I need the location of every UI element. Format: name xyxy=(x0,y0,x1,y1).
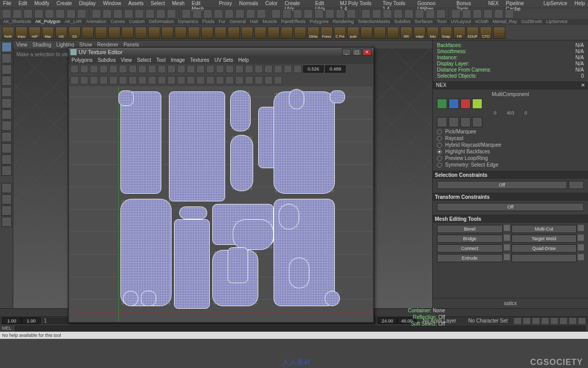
play-end[interactable] xyxy=(378,317,397,324)
uv-shell[interactable] xyxy=(289,89,304,109)
uv-menu-view[interactable]: View xyxy=(121,57,132,63)
uv-tool-5[interactable] xyxy=(119,65,127,73)
mesh-tool-target-weld[interactable]: Target Weld xyxy=(511,235,577,243)
shelf-row[interactable]: RefhImpoHIPMacHSSSDlHisFreezC PvtpoleRRm… xyxy=(0,25,588,40)
shelf-tabs[interactable]: AK_ShortcutsAK_PolygonAK_LnRAnimationCur… xyxy=(0,19,588,25)
shelf-tab-dynamics[interactable]: Dynamics xyxy=(178,19,199,25)
toolbar-button-38[interactable] xyxy=(426,9,435,18)
radio-icon[interactable] xyxy=(437,136,442,141)
step-back-icon[interactable] xyxy=(532,317,540,325)
uv-window-titlebar[interactable]: UV Texture Editor _ ▢ ✕ xyxy=(68,48,374,57)
uv-menu-image[interactable]: Image xyxy=(170,57,185,63)
selection-mode-option[interactable]: Symmetry: Select Edge xyxy=(437,162,584,168)
menu-nex[interactable]: NEX xyxy=(488,1,499,7)
menu-create[interactable]: Create xyxy=(57,1,72,7)
uv-tool2-21[interactable] xyxy=(274,76,282,84)
toolbar-button-37[interactable] xyxy=(415,9,424,18)
tool-option-icon[interactable] xyxy=(504,225,510,231)
shelf-item-20[interactable] xyxy=(267,27,280,39)
play-back-icon[interactable] xyxy=(541,317,549,325)
step-fwd-key-icon[interactable] xyxy=(569,317,577,325)
rotate-icon[interactable] xyxy=(2,87,12,97)
uv-tool2-3[interactable] xyxy=(100,76,108,84)
uv-tool2-20[interactable] xyxy=(264,76,273,84)
uv-tool2-13[interactable] xyxy=(197,76,205,84)
shelf-tab-fur[interactable]: Fur xyxy=(218,19,226,25)
transform-tool-icons[interactable] xyxy=(437,117,584,127)
toolbar-button-45[interactable] xyxy=(505,9,514,18)
mesh-tool-bevel[interactable]: Bevel xyxy=(437,225,503,233)
radio-icon[interactable] xyxy=(437,149,442,154)
toolbar-button-35[interactable] xyxy=(394,9,403,18)
selection-mode-option[interactable]: Highlight Backfaces xyxy=(437,149,584,154)
shelf-item-27[interactable] xyxy=(360,27,373,39)
move-icon[interactable] xyxy=(2,76,12,86)
uv-tool2-18[interactable] xyxy=(245,76,253,84)
play-start[interactable] xyxy=(21,317,41,324)
mesh-tool-quad-draw[interactable]: Quad-Draw xyxy=(511,244,577,252)
shelf-tab-custom[interactable]: Custom xyxy=(129,19,145,25)
shelf-tab-hair[interactable]: Hair xyxy=(250,19,259,25)
menu-mj-poly-tools-1.4[interactable]: MJ Poly Tools 1.4 xyxy=(340,1,375,7)
shelf-item-32[interactable]: Info xyxy=(427,27,439,39)
shelf-tab-polygons[interactable]: Polygons xyxy=(310,19,329,25)
uv-tool2-14[interactable] xyxy=(206,76,214,84)
tool-option-icon[interactable] xyxy=(504,254,510,260)
toolbar-button-2[interactable] xyxy=(23,9,33,18)
shelf-tab-surfaces[interactable]: Surfaces xyxy=(414,19,433,25)
uv-menu-polygons[interactable]: Polygons xyxy=(71,57,92,63)
shelf-item-8[interactable] xyxy=(108,27,120,39)
char-set-dropdown[interactable]: No Character Set xyxy=(462,318,513,324)
uv-shell[interactable] xyxy=(120,199,172,306)
radio-icon[interactable] xyxy=(437,156,442,161)
uv-tool-10[interactable] xyxy=(167,65,176,73)
uv-tool-11[interactable] xyxy=(177,65,185,73)
shelf-item-12[interactable] xyxy=(161,27,174,39)
toolbar-button-3[interactable] xyxy=(34,9,43,18)
manip-icon[interactable] xyxy=(2,109,12,120)
uv-tool2-12[interactable] xyxy=(187,76,195,84)
viewport-menu-view[interactable]: View xyxy=(16,42,28,48)
toolbar-button-33[interactable] xyxy=(372,9,381,18)
shelf-item-10[interactable] xyxy=(135,27,147,39)
uv-tool-0[interactable] xyxy=(70,65,79,73)
toolbar-button-22[interactable] xyxy=(246,9,255,18)
shelf-item-24[interactable]: Freez xyxy=(321,27,333,39)
misc2-icon[interactable] xyxy=(2,154,12,165)
toolbar-button-43[interactable] xyxy=(483,9,493,18)
uv-editor-menubar[interactable]: PolygonsSubdivsViewSelectToolImageTextur… xyxy=(68,57,374,64)
shelf-item-15[interactable] xyxy=(201,27,213,39)
uv-tool2-17[interactable] xyxy=(235,76,243,84)
menu-proxy[interactable]: Proxy xyxy=(219,1,232,7)
toolbar-button-21[interactable] xyxy=(235,9,244,18)
shelf-item-11[interactable] xyxy=(148,27,160,39)
uv-tool2-10[interactable] xyxy=(167,76,176,84)
uv-tool2-19[interactable] xyxy=(255,76,263,84)
uv-tool-6[interactable] xyxy=(129,65,137,73)
uv-menu-select[interactable]: Select xyxy=(137,57,151,63)
uv-shell[interactable] xyxy=(289,258,309,288)
shelf-tab-fluids[interactable]: Fluids xyxy=(202,19,214,25)
uv-menu-subdivs[interactable]: Subdivs xyxy=(97,57,116,63)
shelf-item-23[interactable]: DlHis xyxy=(307,27,320,39)
component-mode-icons[interactable] xyxy=(437,99,584,109)
minimize-button[interactable]: _ xyxy=(342,49,351,56)
selection-mode-option[interactable]: Preview Loop/Ring xyxy=(437,155,584,161)
toolbar-button-16[interactable] xyxy=(182,9,191,18)
uv-shell[interactable] xyxy=(233,219,274,250)
uv-editor-toolbar[interactable]: 0.5260.489 xyxy=(68,64,374,85)
uv-shell[interactable] xyxy=(279,204,299,229)
uv-tool2-6[interactable] xyxy=(129,76,137,84)
menu-edit[interactable]: Edit xyxy=(18,1,27,7)
toolbar-button-29[interactable] xyxy=(325,9,334,18)
scale-tool-icon[interactable] xyxy=(472,117,482,127)
toolbar-button-13[interactable] xyxy=(145,9,155,18)
uv-canvas[interactable] xyxy=(69,86,373,321)
menu-window[interactable]: Window xyxy=(103,1,121,7)
range-start[interactable] xyxy=(2,317,21,324)
toolbar-button-9[interactable] xyxy=(103,9,112,18)
shelf-tab-ak_shortcuts[interactable]: AK_Shortcuts xyxy=(3,19,31,25)
uv-shell[interactable] xyxy=(274,91,335,194)
toolbar-button-40[interactable] xyxy=(451,9,460,18)
toolbar-button-14[interactable] xyxy=(156,9,165,18)
